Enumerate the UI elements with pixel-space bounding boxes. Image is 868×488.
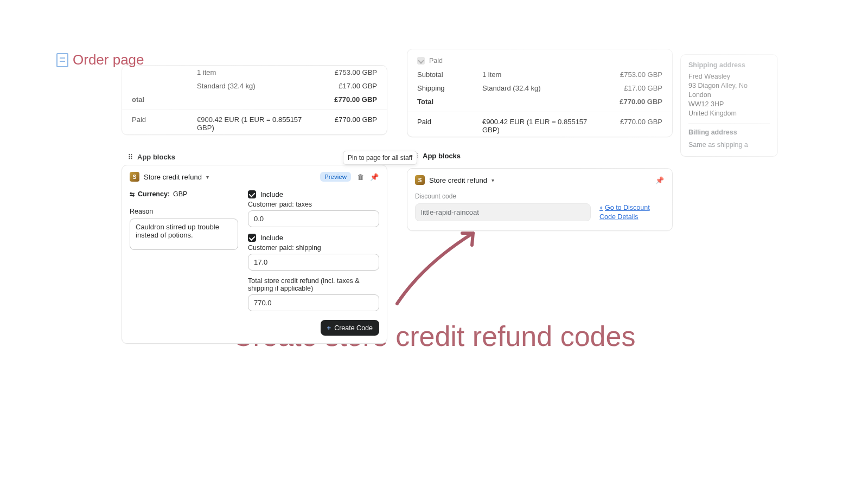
dc-link-text: Go to Discount Code Details: [599, 204, 650, 221]
paid-desc: €900.42 EUR (1 EUR = 0.855157 GBP): [482, 118, 597, 134]
page-label-text: Order page: [73, 52, 144, 68]
store-credit-refund-result-card: S Store credit refund ▾ 📌 Discount code …: [407, 168, 673, 231]
paid-label: Paid: [417, 118, 482, 134]
paid-amount: £770.00 GBP: [312, 115, 377, 132]
paid-amount: £770.00 GBP: [597, 118, 662, 134]
pin-icon[interactable]: 📌: [369, 172, 379, 182]
currency-value: GBP: [173, 190, 187, 198]
shipping-amount: £17.00 GBP: [597, 84, 662, 92]
scr-result-title: Store credit refund: [429, 176, 487, 184]
blocks-icon: [128, 153, 133, 161]
total-refund-input[interactable]: [248, 294, 379, 311]
shipping-line: Fred Weasley: [688, 72, 770, 81]
app-blocks-heading-left: App blocks: [128, 153, 175, 161]
order-summary-card-left: 1 item £753.00 GBP Standard (32.4 kg) £1…: [122, 65, 387, 135]
shipping-line: WW12 3HP: [688, 100, 770, 109]
shipping-label: Customer paid: shipping: [248, 244, 379, 252]
shipping-line: United Kingdom: [688, 109, 770, 118]
paid-desc: €900.42 EUR (1 EUR = 0.855157 GBP): [197, 115, 312, 132]
app-blocks-heading-right: App blocks: [413, 152, 461, 160]
blank: [132, 68, 197, 76]
app-icon: S: [415, 175, 425, 185]
page-label: Order page: [56, 52, 144, 68]
subtotal-desc: 1 item: [482, 70, 597, 79]
shipping-desc: Standard (32.4 kg): [482, 84, 597, 92]
blank: [132, 82, 197, 90]
discount-code-input[interactable]: [415, 203, 591, 221]
plus-icon: [327, 324, 331, 332]
shipping-address-heading: Shipping address: [688, 61, 770, 69]
create-code-label: Create Code: [334, 324, 373, 332]
taxes-label: Customer paid: taxes: [248, 201, 379, 208]
shipping-desc: Standard (32.4 kg): [197, 82, 312, 90]
subtotal-label: Subtotal: [417, 70, 482, 79]
include-label: Include: [260, 190, 283, 198]
shipping-line: 93 Diagon Alley, No: [688, 81, 770, 91]
subtotal-desc: 1 item: [197, 68, 312, 76]
shipping-line: London: [688, 91, 770, 100]
discount-code-details-link[interactable]: Go to Discount Code Details: [599, 203, 665, 222]
total-label: otal: [132, 95, 197, 104]
reason-input[interactable]: [130, 219, 238, 250]
reason-label: Reason: [130, 208, 238, 215]
create-code-button[interactable]: Create Code: [321, 320, 379, 336]
paid-label: Paid: [132, 115, 197, 132]
total-amount: £770.00 GBP: [597, 98, 662, 106]
pin-tooltip: Pin to page for all staff: [343, 151, 417, 165]
store-credit-refund-card: S Store credit refund ▾ Preview 🗑 📌 Curr…: [122, 165, 387, 344]
scr-title: Store credit refund: [144, 173, 202, 181]
include-shipping-checkbox[interactable]: [248, 234, 256, 242]
preview-badge[interactable]: Preview: [320, 172, 351, 182]
currency-label: Currency:: [138, 190, 170, 198]
chevron-down-icon[interactable]: ▾: [492, 177, 494, 183]
pin-icon[interactable]: 📌: [655, 175, 665, 185]
document-icon: [56, 53, 68, 67]
app-blocks-label: App blocks: [137, 153, 175, 161]
include-label: Include: [260, 234, 283, 242]
subtotal-amount: £753.00 GBP: [312, 68, 377, 76]
currency-icon: [130, 190, 135, 198]
tag-icon: [599, 204, 605, 211]
paid-badge-text: Paid: [429, 57, 443, 65]
taxes-input[interactable]: [248, 210, 379, 227]
total-label: Total: [417, 98, 482, 106]
total-amount: £770.00 GBP: [312, 95, 377, 104]
shipping-label: Shipping: [417, 84, 482, 92]
include-taxes-checkbox[interactable]: [248, 190, 256, 198]
discount-code-label: Discount code: [415, 192, 665, 200]
chevron-down-icon[interactable]: ▾: [206, 174, 209, 180]
shipping-amount: £17.00 GBP: [312, 82, 377, 90]
total-refund-label: Total store credit refund (incl. taxes &…: [248, 277, 379, 292]
app-blocks-label: App blocks: [423, 152, 461, 160]
app-icon: S: [130, 172, 139, 182]
billing-address-heading: Billing address: [688, 128, 770, 137]
subtotal-amount: £753.00 GBP: [597, 70, 662, 79]
shipping-input[interactable]: [248, 254, 379, 271]
order-summary-card-right: Paid Subtotal 1 item £753.00 GBP Shippin…: [407, 49, 673, 137]
paid-status-icon: [417, 57, 425, 65]
delete-icon[interactable]: 🗑: [355, 172, 365, 182]
address-card: Shipping address Fred Weasley 93 Diagon …: [680, 54, 778, 157]
billing-same: Same as shipping a: [688, 140, 770, 150]
